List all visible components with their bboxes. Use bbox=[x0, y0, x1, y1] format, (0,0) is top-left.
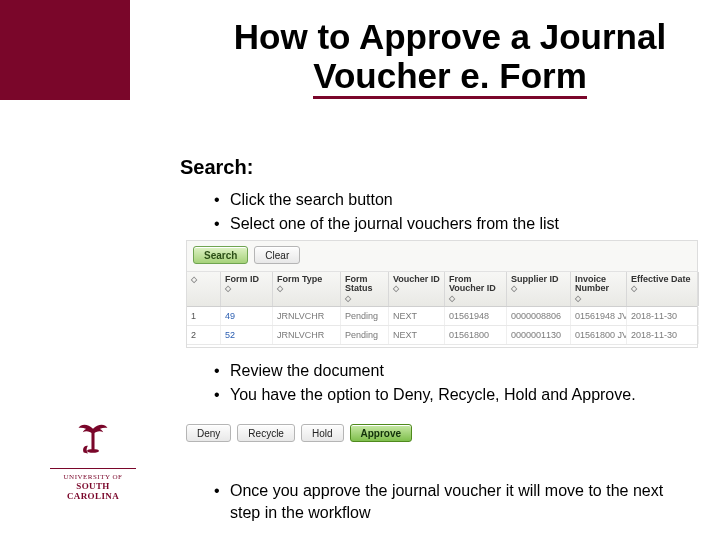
bullet-list-a: Click the search button Select one of th… bbox=[214, 189, 559, 236]
bullet-item: You have the option to Deny, Recycle, Ho… bbox=[214, 384, 636, 406]
bullet-list-b: Review the document You have the option … bbox=[214, 360, 636, 407]
col-effective-date[interactable]: Effective Date◇ bbox=[627, 272, 699, 306]
bullet-item: Once you approve the journal voucher it … bbox=[214, 480, 684, 523]
cell-form-status: Pending bbox=[341, 326, 389, 344]
logo-text-1: UNIVERSITY OF bbox=[50, 473, 136, 481]
cell-invoice-number: 01561948 JV bbox=[571, 307, 627, 325]
bullet-text: Review the document bbox=[230, 362, 384, 379]
col-blank: ◇ bbox=[187, 272, 221, 306]
sort-icon[interactable]: ◇ bbox=[191, 276, 216, 284]
col-supplier-id[interactable]: Supplier ID◇ bbox=[507, 272, 571, 306]
slide: How to Approve a Journal Voucher e. Form… bbox=[0, 0, 720, 540]
search-toolbar: Search Clear bbox=[187, 241, 697, 272]
table-row[interactable]: 1 49 JRNLVCHR Pending NEXT 01561948 0000… bbox=[187, 307, 697, 326]
brand-sidebar bbox=[0, 0, 130, 100]
cell-voucher-id: NEXT bbox=[389, 326, 445, 344]
title-line-1: How to Approve a Journal bbox=[234, 17, 666, 56]
sort-icon: ◇ bbox=[449, 295, 502, 303]
deny-button[interactable]: Deny bbox=[186, 424, 231, 442]
approve-button[interactable]: Approve bbox=[350, 424, 413, 442]
col-voucher-id[interactable]: Voucher ID◇ bbox=[389, 272, 445, 306]
title-line-2: Voucher e. Form bbox=[313, 57, 587, 100]
cell-invoice-number: 01561800 JV2 bbox=[571, 326, 627, 344]
action-toolbar: Deny Recycle Hold Approve bbox=[186, 418, 406, 448]
cell-voucher-id: NEXT bbox=[389, 307, 445, 325]
bullet-list-c: Once you approve the journal voucher it … bbox=[214, 480, 684, 525]
cell-form-type: JRNLVCHR bbox=[273, 307, 341, 325]
bullet-item: Review the document bbox=[214, 360, 636, 382]
sort-icon: ◇ bbox=[277, 285, 336, 293]
bullet-text: You have the option to Deny, Recycle, Ho… bbox=[230, 386, 636, 403]
svg-rect-0 bbox=[91, 431, 94, 450]
cell-index: 2 bbox=[187, 326, 221, 344]
cell-form-id[interactable]: 52 bbox=[221, 326, 273, 344]
recycle-button[interactable]: Recycle bbox=[237, 424, 295, 442]
page-title: How to Approve a Journal Voucher e. Form bbox=[190, 18, 710, 99]
sort-icon: ◇ bbox=[345, 295, 384, 303]
cell-supplier-id: 0000001130 bbox=[507, 326, 571, 344]
action-buttons-embed: Deny Recycle Hold Approve bbox=[186, 418, 406, 454]
sort-icon: ◇ bbox=[511, 285, 566, 293]
usc-logo: UNIVERSITY OF SOUTH CAROLINA bbox=[50, 420, 136, 501]
cell-index: 1 bbox=[187, 307, 221, 325]
cell-form-status: Pending bbox=[341, 307, 389, 325]
logo-text-2: SOUTH CAROLINA bbox=[50, 481, 136, 501]
cell-supplier-id: 0000008806 bbox=[507, 307, 571, 325]
hold-button[interactable]: Hold bbox=[301, 424, 344, 442]
clear-button[interactable]: Clear bbox=[254, 246, 300, 264]
cell-form-id[interactable]: 49 bbox=[221, 307, 273, 325]
search-button[interactable]: Search bbox=[193, 246, 248, 264]
sort-icon: ◇ bbox=[393, 285, 440, 293]
sort-icon: ◇ bbox=[575, 295, 622, 303]
svg-point-1 bbox=[87, 449, 99, 453]
col-form-id[interactable]: Form ID◇ bbox=[221, 272, 273, 306]
sort-icon: ◇ bbox=[225, 285, 268, 293]
bullet-item: Select one of the journal vouchers from … bbox=[214, 213, 559, 235]
bullet-text: Select one of the journal vouchers from … bbox=[230, 215, 559, 232]
palmetto-tree-icon bbox=[76, 420, 110, 458]
cell-from-voucher-id: 01561800 bbox=[445, 326, 507, 344]
bullet-item: Click the search button bbox=[214, 189, 559, 211]
cell-form-type: JRNLVCHR bbox=[273, 326, 341, 344]
cell-from-voucher-id: 01561948 bbox=[445, 307, 507, 325]
col-from-voucher-id[interactable]: From Voucher ID◇ bbox=[445, 272, 507, 306]
logo-divider bbox=[50, 468, 136, 469]
col-form-status[interactable]: Form Status◇ bbox=[341, 272, 389, 306]
bullet-text: Once you approve the journal voucher it … bbox=[230, 482, 663, 521]
table-row[interactable]: 2 52 JRNLVCHR Pending NEXT 01561800 0000… bbox=[187, 326, 697, 345]
col-form-type[interactable]: Form Type◇ bbox=[273, 272, 341, 306]
search-results-embed: Search Clear ◇ Form ID◇ Form Type◇ Form … bbox=[186, 240, 698, 348]
bullet-text: Click the search button bbox=[230, 191, 393, 208]
cell-effective-date: 2018-11-30 bbox=[627, 307, 699, 325]
results-header-row: ◇ Form ID◇ Form Type◇ Form Status◇ Vouch… bbox=[187, 272, 697, 307]
col-invoice-number[interactable]: Invoice Number◇ bbox=[571, 272, 627, 306]
section-label: Search: bbox=[180, 156, 253, 179]
cell-effective-date: 2018-11-30 bbox=[627, 326, 699, 344]
sort-icon: ◇ bbox=[631, 285, 694, 293]
